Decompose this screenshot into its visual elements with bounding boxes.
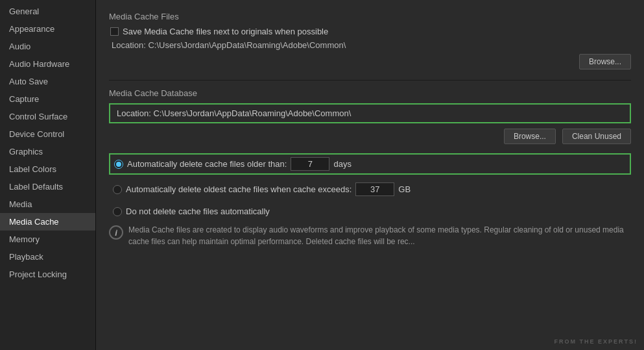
files-browse-button[interactable]: Browse...	[579, 54, 631, 69]
db-location-box: Location: C:\Users\Jordan\AppData\Roamin…	[109, 103, 631, 123]
sidebar-item-media[interactable]: Media	[0, 195, 95, 213]
db-location-path: C:\Users\Jordan\AppData\Roaming\Adobe\Co…	[153, 108, 351, 118]
days-input[interactable]	[291, 157, 329, 171]
sidebar: General Appearance Audio Audio Hardware …	[0, 0, 96, 350]
media-cache-db-section: Media Cache Database Location: C:\Users\…	[109, 88, 631, 144]
sidebar-item-playback[interactable]: Playback	[0, 248, 95, 266]
files-location-path: C:\Users\Jordan\AppData\Roaming\Adobe\Co…	[148, 40, 346, 50]
sidebar-item-device-control[interactable]: Device Control	[0, 125, 95, 143]
main-content: Media Cache Files Save Media Cache files…	[96, 0, 644, 350]
save-next-to-originals-checkbox[interactable]	[110, 27, 119, 36]
files-location-label: Location:	[112, 40, 146, 50]
db-btn-row: Browse... Clean Unused	[109, 129, 631, 144]
watermark: FROM THE EXPERTS!	[554, 338, 638, 345]
sidebar-item-label-defaults[interactable]: Label Defaults	[0, 178, 95, 195]
sidebar-item-label-colors[interactable]: Label Colors	[0, 160, 95, 178]
gb-input[interactable]	[355, 182, 394, 196]
auto-delete-days-row: Automatically delete cache files older t…	[109, 153, 631, 175]
sidebar-item-audio[interactable]: Audio	[0, 38, 95, 55]
sidebar-item-general[interactable]: General	[0, 3, 95, 20]
sidebar-item-auto-save[interactable]: Auto Save	[0, 73, 95, 90]
media-cache-files-title: Media Cache Files	[109, 12, 631, 21]
sidebar-item-media-cache[interactable]: Media Cache	[0, 213, 95, 231]
section-divider	[109, 80, 631, 81]
days-label: days	[333, 159, 351, 169]
save-next-to-originals-row: Save Media Cache files next to originals…	[109, 27, 631, 36]
auto-delete-days-radio[interactable]	[114, 160, 123, 169]
sidebar-item-appearance[interactable]: Appearance	[0, 20, 95, 38]
auto-delete-days-label: Automatically delete cache files older t…	[127, 159, 287, 169]
db-browse-button[interactable]: Browse...	[504, 129, 556, 144]
sidebar-item-project-locking[interactable]: Project Locking	[0, 266, 95, 283]
info-text: Media Cache files are created to display…	[128, 224, 631, 247]
sidebar-item-memory[interactable]: Memory	[0, 231, 95, 248]
no-delete-row: Do not delete cache files automatically	[109, 204, 631, 219]
media-cache-files-section: Media Cache Files Save Media Cache files…	[109, 12, 631, 69]
auto-delete-oldest-label: Automatically delete oldest cache files …	[126, 184, 352, 194]
no-delete-radio[interactable]	[113, 207, 122, 216]
sidebar-item-graphics[interactable]: Graphics	[0, 143, 95, 160]
files-browse-row: Browse...	[109, 54, 631, 69]
clean-unused-button[interactable]: Clean Unused	[562, 129, 631, 144]
sidebar-item-control-surface[interactable]: Control Surface	[0, 108, 95, 125]
save-next-to-originals-label: Save Media Cache files next to originals…	[123, 27, 328, 36]
info-icon: i	[109, 225, 123, 240]
auto-delete-oldest-row: Automatically delete oldest cache files …	[109, 180, 631, 199]
files-location-text: Location: C:\Users\Jordan\AppData\Roamin…	[109, 40, 631, 50]
no-delete-label: Do not delete cache files automatically	[126, 206, 270, 216]
info-row: i Media Cache files are created to displ…	[109, 224, 631, 247]
db-location-label: Location:	[117, 108, 151, 118]
gb-label: GB	[398, 184, 411, 194]
sidebar-item-capture[interactable]: Capture	[0, 90, 95, 108]
sidebar-item-audio-hardware[interactable]: Audio Hardware	[0, 55, 95, 73]
media-cache-db-title: Media Cache Database	[109, 88, 631, 98]
auto-delete-oldest-radio[interactable]	[113, 185, 122, 194]
